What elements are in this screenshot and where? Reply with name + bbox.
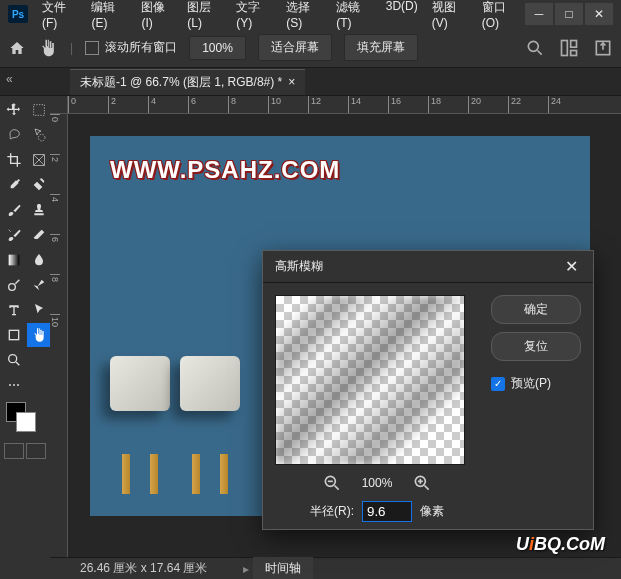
svg-line-13: [15, 280, 19, 284]
svg-rect-6: [34, 105, 45, 116]
healing-tool[interactable]: [27, 173, 51, 197]
canvas-image-content: [110, 356, 240, 456]
svg-line-1: [538, 50, 542, 54]
screen-mode-toggle[interactable]: [26, 443, 46, 459]
status-chevron-icon[interactable]: ▸: [243, 562, 249, 576]
brush-tool[interactable]: [2, 198, 26, 222]
menu-layer[interactable]: 图层(L): [181, 0, 228, 34]
fit-screen-button[interactable]: 适合屏幕: [258, 34, 332, 61]
zoom-in-icon[interactable]: [412, 473, 432, 493]
svg-rect-11: [9, 255, 20, 266]
radius-input[interactable]: [362, 501, 412, 522]
svg-line-16: [16, 362, 19, 365]
svg-line-19: [334, 486, 338, 490]
screen-mode-buttons: [2, 441, 51, 461]
type-tool[interactable]: [2, 298, 26, 322]
vertical-ruler[interactable]: 0246810: [50, 114, 68, 579]
background-color[interactable]: [16, 412, 36, 432]
history-brush-tool[interactable]: [2, 223, 26, 247]
hand-tool[interactable]: [27, 323, 51, 347]
menu-view[interactable]: 视图(V): [426, 0, 474, 34]
document-tab-title: 未标题-1 @ 66.7% (图层 1, RGB/8#) *: [80, 74, 282, 91]
menu-3d[interactable]: 3D(D): [380, 0, 424, 34]
radius-label: 半径(R):: [310, 503, 354, 520]
menu-window[interactable]: 窗口(O): [476, 0, 525, 34]
scroll-all-label: 滚动所有窗口: [105, 39, 177, 56]
dialog-title: 高斯模糊: [275, 258, 323, 275]
svg-rect-14: [9, 330, 18, 339]
site-watermark: UiBQ.CoM: [516, 534, 605, 555]
preview-thumbnail[interactable]: [275, 295, 465, 465]
maximize-button[interactable]: □: [555, 3, 583, 25]
move-tool[interactable]: [2, 98, 26, 122]
menu-image[interactable]: 图像(I): [135, 0, 179, 34]
menu-filter[interactable]: 滤镜(T): [330, 0, 377, 34]
svg-rect-3: [571, 40, 577, 47]
menu-file[interactable]: 文件(F): [36, 0, 83, 34]
menu-edit[interactable]: 编辑(E): [85, 0, 133, 34]
edit-toolbar[interactable]: ⋯: [2, 373, 26, 397]
stamp-tool[interactable]: [27, 198, 51, 222]
options-bar: | 滚动所有窗口 100% 适合屏幕 填充屏幕: [0, 28, 621, 68]
ruler-origin[interactable]: [50, 96, 68, 114]
document-dimensions: 26.46 厘米 x 17.64 厘米: [50, 560, 237, 577]
eraser-tool[interactable]: [27, 223, 51, 247]
marquee-tool[interactable]: [27, 98, 51, 122]
minimize-button[interactable]: ─: [525, 3, 553, 25]
eyedropper-tool[interactable]: [2, 173, 26, 197]
app-icon: Ps: [8, 5, 28, 23]
dialog-title-bar[interactable]: 高斯模糊 ✕: [263, 251, 593, 283]
radius-unit: 像素: [420, 503, 444, 520]
gradient-tool[interactable]: [2, 248, 26, 272]
tab-close-icon[interactable]: ×: [288, 75, 295, 89]
zoom-level-button[interactable]: 100%: [189, 36, 246, 60]
title-bar: Ps 文件(F) 编辑(E) 图像(I) 图层(L) 文字(Y) 选择(S) 滤…: [0, 0, 621, 28]
svg-point-15: [9, 355, 17, 363]
close-button[interactable]: ✕: [585, 3, 613, 25]
workspace-icon[interactable]: [559, 38, 579, 58]
zoom-out-icon[interactable]: [322, 473, 342, 493]
svg-rect-4: [571, 50, 577, 55]
svg-point-12: [9, 284, 16, 291]
search-icon[interactable]: [525, 38, 545, 58]
shape-tool[interactable]: [2, 323, 26, 347]
dialog-close-button[interactable]: ✕: [561, 257, 581, 277]
dodge-tool[interactable]: [2, 273, 26, 297]
quick-mask-toggle[interactable]: [4, 443, 24, 459]
preview-zoom-level: 100%: [362, 476, 393, 490]
canvas-watermark-text: WWW.PSAHZ.COM: [90, 136, 590, 184]
menu-bar: 文件(F) 编辑(E) 图像(I) 图层(L) 文字(Y) 选择(S) 滤镜(T…: [36, 0, 525, 34]
status-bar: 26.46 厘米 x 17.64 厘米 ▸ 时间轴: [50, 557, 621, 579]
zoom-tool[interactable]: [2, 348, 26, 372]
share-icon[interactable]: [593, 38, 613, 58]
menu-type[interactable]: 文字(Y): [230, 0, 278, 34]
preview-checkbox[interactable]: ✓ 预览(P): [491, 375, 581, 392]
blur-tool[interactable]: [27, 248, 51, 272]
window-controls: ─ □ ✕: [525, 3, 613, 25]
preview-checkbox-label: 预览(P): [511, 375, 551, 392]
horizontal-ruler[interactable]: 024681012141618202224: [68, 96, 621, 114]
ok-button[interactable]: 确定: [491, 295, 581, 324]
reset-button[interactable]: 复位: [491, 332, 581, 361]
crop-tool[interactable]: [2, 148, 26, 172]
timeline-panel-tab[interactable]: 时间轴: [253, 557, 313, 579]
checkmark-icon: ✓: [491, 377, 505, 391]
hand-tool-icon[interactable]: [38, 38, 58, 58]
document-tab[interactable]: 未标题-1 @ 66.7% (图层 1, RGB/8#) * ×: [70, 69, 305, 95]
collapse-icon[interactable]: «: [6, 72, 13, 86]
frame-tool[interactable]: [27, 148, 51, 172]
svg-point-0: [528, 41, 538, 51]
svg-rect-2: [562, 40, 568, 55]
lasso-tool[interactable]: [2, 123, 26, 147]
path-select-tool[interactable]: [27, 298, 51, 322]
home-icon[interactable]: [8, 40, 26, 56]
tool-palette: ⋯: [0, 96, 50, 579]
menu-select[interactable]: 选择(S): [280, 0, 328, 34]
svg-point-7: [38, 134, 45, 141]
scroll-all-checkbox[interactable]: 滚动所有窗口: [85, 39, 177, 56]
fill-screen-button[interactable]: 填充屏幕: [344, 34, 418, 61]
quick-select-tool[interactable]: [27, 123, 51, 147]
gaussian-blur-dialog: 高斯模糊 ✕ 100% 半径(R): 像素 确定 复位 ✓ 预览(P): [262, 250, 594, 530]
pen-tool[interactable]: [27, 273, 51, 297]
color-swatches[interactable]: [2, 398, 51, 440]
